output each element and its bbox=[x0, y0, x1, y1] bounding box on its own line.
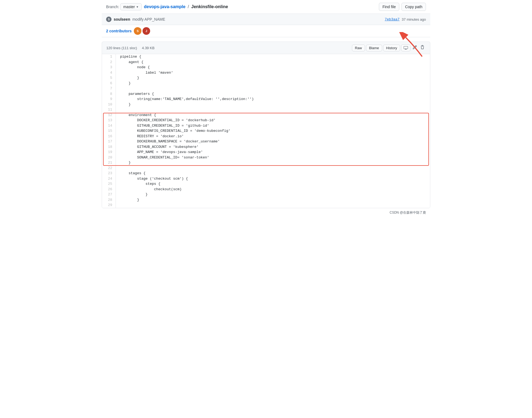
line-number: 24 bbox=[102, 176, 116, 182]
commit-bar-right: 7eb3aa7 37 minutes ago bbox=[385, 17, 426, 21]
line-code: } bbox=[116, 75, 430, 81]
commit-bar-left: S soulseen modify APP_NAME bbox=[106, 17, 165, 22]
table-row: 28 } bbox=[102, 197, 430, 203]
repo-link[interactable]: devops-java-sample bbox=[144, 4, 185, 9]
file-size: 4.39 KB bbox=[142, 46, 154, 50]
branch-label: Branch: bbox=[106, 5, 119, 9]
table-row: 14 GITHUB_CREDENTIAL_ID = 'github-id' bbox=[102, 123, 430, 129]
file-actions: Raw Blame History bbox=[352, 44, 426, 52]
table-row: 15 KUBECONFIG_CREDENTIAL_ID = 'demo-kube… bbox=[102, 128, 430, 134]
copy-path-button[interactable]: Copy path bbox=[401, 3, 426, 11]
contributor-avatar-2: J bbox=[143, 27, 150, 35]
commit-time: 37 minutes ago bbox=[402, 17, 426, 21]
table-row: 1pipeline { bbox=[102, 54, 430, 60]
table-row: 27 } bbox=[102, 192, 430, 197]
table-row: 23 stages { bbox=[102, 171, 430, 176]
raw-button[interactable]: Raw bbox=[352, 45, 365, 51]
delete-icon-button[interactable] bbox=[419, 44, 426, 52]
line-number: 25 bbox=[102, 181, 116, 187]
line-code: } bbox=[116, 197, 430, 203]
line-number: 28 bbox=[102, 197, 116, 203]
line-code: agent { bbox=[116, 60, 430, 65]
table-row: 4 label 'maven' bbox=[102, 70, 430, 76]
contributor-avatar-1: S bbox=[134, 27, 141, 35]
line-code: APP_NAME = 'devops-java-sample' bbox=[116, 149, 430, 155]
chevron-down-icon: ▼ bbox=[136, 5, 139, 8]
contributors-avatars: S J bbox=[134, 27, 150, 35]
line-number: 23 bbox=[102, 171, 116, 176]
trash-icon bbox=[420, 45, 425, 49]
line-code: node { bbox=[116, 65, 430, 70]
file-view-container: 120 lines (111 sloc) 4.39 KB Raw Blame H… bbox=[102, 42, 430, 208]
table-row: 10 } bbox=[102, 102, 430, 107]
contributors-bar: 2 contributors S J bbox=[102, 25, 430, 37]
line-code: steps { bbox=[116, 181, 430, 187]
find-file-button[interactable]: Find file bbox=[379, 3, 399, 11]
line-code: REDISTRY = 'docker.io' bbox=[116, 134, 430, 139]
code-table: 1pipeline {2 agent {3 node {4 label 'mav… bbox=[102, 54, 430, 208]
edit-icon-button[interactable] bbox=[412, 44, 418, 52]
line-code bbox=[116, 107, 430, 113]
line-code: } bbox=[116, 160, 430, 166]
top-bar: Branch: master ▼ devops-java-sample / Je… bbox=[102, 0, 430, 14]
blame-button[interactable]: Blame bbox=[366, 45, 382, 51]
branch-button[interactable]: master ▼ bbox=[120, 3, 142, 10]
display-icon-button[interactable] bbox=[401, 44, 410, 51]
table-row: 3 node { bbox=[102, 65, 430, 70]
code-block-wrapper: 1pipeline {2 agent {3 node {4 label 'mav… bbox=[102, 54, 430, 208]
table-row: 25 steps { bbox=[102, 181, 430, 187]
table-row: 13 DOCKER_CREDENTIAL_ID = 'dockerhub-id' bbox=[102, 118, 430, 123]
line-number: 7 bbox=[102, 86, 116, 91]
table-row: 29 bbox=[102, 202, 430, 208]
line-number: 29 bbox=[102, 202, 116, 208]
line-code: } bbox=[116, 81, 430, 86]
line-number: 21 bbox=[102, 160, 116, 166]
table-row: 6 } bbox=[102, 81, 430, 86]
line-code: parameters { bbox=[116, 91, 430, 97]
line-code: stage ('checkout scm') { bbox=[116, 176, 430, 182]
line-code: DOCKER_CREDENTIAL_ID = 'dockerhub-id' bbox=[116, 118, 430, 123]
table-row: 5 } bbox=[102, 75, 430, 81]
top-bar-left: Branch: master ▼ devops-java-sample / Je… bbox=[106, 3, 228, 10]
line-code bbox=[116, 166, 430, 171]
branch-selector: Branch: master ▼ bbox=[106, 3, 142, 10]
line-number: 26 bbox=[102, 187, 116, 192]
line-number: 18 bbox=[102, 144, 116, 150]
line-number: 4 bbox=[102, 70, 116, 76]
branch-name: master bbox=[123, 5, 135, 9]
monitor-icon bbox=[404, 46, 408, 50]
line-number: 12 bbox=[102, 113, 116, 118]
commit-hash[interactable]: 7eb3aa7 bbox=[385, 17, 400, 21]
watermark-text: CSDN @在森林中隐了鹿 bbox=[389, 211, 426, 214]
line-number: 15 bbox=[102, 128, 116, 134]
line-number: 13 bbox=[102, 118, 116, 123]
table-row: 8 parameters { bbox=[102, 91, 430, 97]
table-row: 19 APP_NAME = 'devops-java-sample' bbox=[102, 149, 430, 155]
line-number: 8 bbox=[102, 91, 116, 97]
commit-author: soulseen bbox=[114, 17, 130, 21]
line-number: 19 bbox=[102, 149, 116, 155]
table-row: 7 bbox=[102, 86, 430, 91]
table-row: 2 agent { bbox=[102, 60, 430, 65]
line-code: string(name:'TAG_NAME',defaultValue: '',… bbox=[116, 96, 430, 102]
line-code: } bbox=[116, 192, 430, 197]
commit-message: modify APP_NAME bbox=[132, 17, 165, 21]
line-number: 6 bbox=[102, 81, 116, 86]
watermark: CSDN @在森林中隐了鹿 bbox=[102, 208, 430, 217]
table-row: 21 } bbox=[102, 160, 430, 166]
line-number: 14 bbox=[102, 123, 116, 129]
contributors-link[interactable]: 2 contributors bbox=[106, 29, 132, 33]
commit-bar: S soulseen modify APP_NAME 7eb3aa7 37 mi… bbox=[102, 14, 430, 25]
pencil-icon bbox=[413, 45, 417, 49]
line-code: KUBECONFIG_CREDENTIAL_ID = 'demo-kubecon… bbox=[116, 128, 430, 134]
table-row: 17 DOCKERHUB_NAMESPACE = 'docker_usernam… bbox=[102, 139, 430, 144]
history-button[interactable]: History bbox=[383, 45, 400, 51]
line-number: 17 bbox=[102, 139, 116, 144]
line-code: } bbox=[116, 102, 430, 107]
table-row: 12 environment { bbox=[102, 113, 430, 118]
file-lines: 120 lines (111 sloc) bbox=[106, 46, 137, 50]
line-code: environment { bbox=[116, 113, 430, 118]
line-number: 3 bbox=[102, 65, 116, 70]
line-number: 2 bbox=[102, 60, 116, 65]
breadcrumb: devops-java-sample / Jenkinsfile-online bbox=[144, 4, 228, 9]
